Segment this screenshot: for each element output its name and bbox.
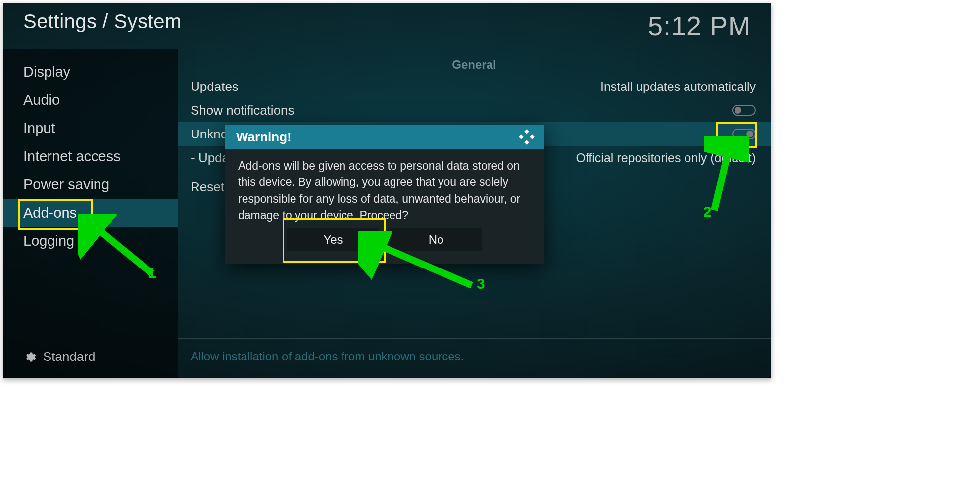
warning-dialog: Warning! Add-ons will be given access to… bbox=[225, 125, 544, 264]
setting-updates[interactable]: Updates Install updates automatically bbox=[178, 75, 771, 98]
breadcrumb: Settings / System bbox=[23, 10, 182, 33]
settings-level-label: Standard bbox=[43, 349, 96, 364]
sidebar-item-logging[interactable]: Logging bbox=[3, 227, 178, 255]
svg-rect-0 bbox=[524, 129, 529, 134]
dialog-header: Warning! bbox=[225, 125, 544, 149]
dialog-actions: Yes No bbox=[225, 225, 544, 264]
kodi-logo-icon bbox=[518, 129, 535, 145]
sidebar-item-internet-access[interactable]: Internet access bbox=[3, 142, 178, 171]
dialog-message: Add-ons will be given access to personal… bbox=[225, 149, 544, 225]
help-text: Allow installation of add-ons from unkno… bbox=[178, 338, 771, 378]
setting-label: Show notifications bbox=[191, 103, 294, 118]
settings-level-button[interactable]: Standard bbox=[3, 349, 178, 378]
top-bar: Settings / System 5:12 PM bbox=[3, 3, 771, 49]
sidebar-item-power-saving[interactable]: Power saving bbox=[3, 171, 178, 199]
setting-label: Updates bbox=[191, 79, 239, 94]
app-window: Settings / System 5:12 PM Display Audio … bbox=[3, 3, 771, 379]
setting-show-notifications[interactable]: Show notifications bbox=[178, 98, 771, 122]
sidebar-item-input[interactable]: Input bbox=[3, 114, 178, 142]
section-header-general: General bbox=[178, 58, 771, 72]
sidebar-item-display[interactable]: Display bbox=[3, 58, 178, 86]
setting-value: Install updates automatically bbox=[600, 80, 756, 94]
gear-icon bbox=[23, 351, 36, 363]
svg-rect-2 bbox=[530, 134, 535, 139]
yes-button[interactable]: Yes bbox=[287, 228, 379, 251]
sidebar-item-add-ons[interactable]: Add-ons bbox=[3, 199, 178, 227]
sidebar: Display Audio Input Internet access Powe… bbox=[3, 49, 178, 378]
clock: 5:12 PM bbox=[648, 10, 751, 41]
toggle-unknown-sources[interactable] bbox=[732, 129, 756, 139]
svg-rect-3 bbox=[524, 140, 529, 145]
setting-value: Official repositories only (default) bbox=[576, 151, 756, 165]
sidebar-item-audio[interactable]: Audio bbox=[3, 86, 178, 114]
svg-rect-1 bbox=[519, 134, 524, 139]
dialog-title: Warning! bbox=[236, 130, 292, 145]
no-button[interactable]: No bbox=[390, 228, 482, 251]
toggle-show-notifications[interactable] bbox=[732, 105, 756, 116]
